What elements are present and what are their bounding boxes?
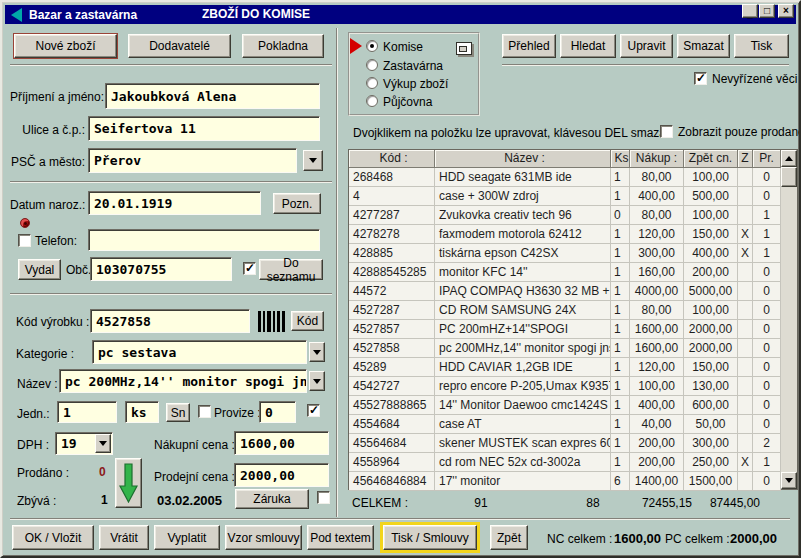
radio-zastavarna[interactable]: [366, 59, 378, 71]
search-button[interactable]: Hledat: [560, 34, 616, 58]
serial-number-button[interactable]: Sn: [166, 403, 190, 422]
item-name-dropdown-button[interactable]: [309, 371, 325, 391]
sell-price-field[interactable]: 2000,00: [234, 463, 329, 487]
table-cell-code: 45527888865: [349, 396, 435, 415]
phone-field[interactable]: [88, 229, 320, 251]
pending-checkbox[interactable]: [694, 72, 707, 85]
code-button[interactable]: Kód: [291, 311, 324, 331]
table-header-cell[interactable]: Zpět cn.: [684, 150, 738, 168]
phone-checkbox[interactable]: [18, 234, 31, 247]
back-button[interactable]: Zpět: [490, 525, 528, 550]
to-list-checkbox[interactable]: [243, 262, 256, 275]
table-header-cell[interactable]: Pr.: [753, 150, 781, 168]
suppliers-button[interactable]: Dodavatelé: [128, 34, 231, 58]
street-field[interactable]: Seifertova 11: [88, 116, 320, 141]
table-row[interactable]: 4542727repro encore P-205,Umax K93575671…: [349, 377, 797, 396]
to-list-button[interactable]: Do seznamu: [259, 259, 323, 280]
table-cell-z: [738, 472, 753, 491]
table-row[interactable]: 4552788886514'' Monitor Daewoo cmc1424S1…: [349, 396, 797, 415]
table-row[interactable]: 45564684skener MUSTEK scan expres 6000p1…: [349, 434, 797, 453]
table-cell-z: X: [738, 453, 753, 472]
table-header-cell[interactable]: Z: [738, 150, 753, 168]
product-code-field[interactable]: 4527858: [90, 309, 250, 333]
table-cell-name: case + 300W zdroj: [435, 187, 611, 206]
table-row[interactable]: 4554684case AT140,0050,000: [349, 415, 797, 434]
table-header-cell[interactable]: Název :: [435, 150, 611, 168]
table-cell-nakup: 120,00: [630, 358, 684, 377]
id-card-field[interactable]: 103070755: [90, 257, 232, 281]
table-cell-pr: 1: [753, 453, 781, 472]
under-text-button[interactable]: Pod textem: [307, 525, 374, 550]
category-dropdown-button[interactable]: [309, 342, 325, 362]
purchase-price-field[interactable]: 1600,00: [234, 431, 329, 455]
minimize-button[interactable]: _: [742, 4, 758, 18]
table-header-cell[interactable]: Ks: [611, 150, 630, 168]
contract-template-button[interactable]: Vzor smlouvy: [225, 525, 302, 550]
table-scrollbar[interactable]: [781, 150, 797, 489]
new-item-button[interactable]: Nové zboží: [14, 34, 117, 58]
table-row[interactable]: 44572IPAQ COMPAQ H3630 32 MB + SOF14000,…: [349, 282, 797, 301]
scrollbar-thumb[interactable]: [781, 167, 797, 187]
return-button[interactable]: Vrátit: [99, 525, 149, 550]
table-row[interactable]: 4527857PC 200mHZ+14''SPOGI11600,002000,0…: [349, 320, 797, 339]
table-row[interactable]: 4case + 300W zdroj1400,00500,000: [349, 187, 797, 206]
table-row[interactable]: 4527287CD ROM SAMSUNG 24X180,00100,000: [349, 301, 797, 320]
overview-button[interactable]: Přehled: [502, 34, 556, 58]
edit-button[interactable]: Upravit: [620, 34, 673, 58]
payout-button[interactable]: Vyplatit: [154, 525, 220, 550]
close-button[interactable]: ×: [778, 4, 794, 18]
city-dropdown-button[interactable]: [303, 150, 323, 171]
cashdesk-button[interactable]: Pokladna: [242, 34, 324, 58]
table-row[interactable]: 4277287Zvukovka creativ tech 96080,00100…: [349, 206, 797, 225]
warranty-checkbox[interactable]: [317, 491, 330, 504]
table-row[interactable]: 4278278faxmodem motorola 624121120,00150…: [349, 225, 797, 244]
commission-checkbox[interactable]: [198, 405, 211, 418]
item-name-field[interactable]: pc 200MHz,14'' monitor spogi jn: [59, 369, 307, 393]
entry-date: 03.02.2005: [157, 493, 222, 508]
unit-qty-field[interactable]: 1: [57, 401, 117, 423]
sold-only-checkbox[interactable]: [660, 125, 673, 138]
note-button[interactable]: Pozn.: [273, 193, 321, 214]
warranty-button[interactable]: Záruka: [235, 489, 309, 509]
table-cell-pr: 0: [753, 358, 781, 377]
scroll-up-icon[interactable]: [781, 150, 797, 167]
commission-confirm-checkbox[interactable]: [307, 404, 320, 417]
move-down-button[interactable]: [115, 458, 142, 508]
table-header-cell[interactable]: Nákup :: [630, 150, 684, 168]
category-label: Kategorie :: [16, 347, 74, 361]
table-row[interactable]: 4564684688417'' monitor61400,001500,000: [349, 472, 797, 491]
maximize-button[interactable]: □: [759, 4, 775, 18]
print-contracts-button[interactable]: Tisk / Smlouvy: [383, 525, 477, 550]
table-cell-name: monitor KFC 14'': [435, 263, 611, 282]
birth-date-field[interactable]: 20.01.1919: [88, 191, 261, 215]
city-label: PSČ a město:: [10, 155, 85, 169]
city-field[interactable]: Přerov: [88, 148, 297, 173]
scroll-down-icon[interactable]: [781, 472, 797, 489]
table-row[interactable]: 428885tiskárna epson C42SX1300,00400,00X…: [349, 244, 797, 263]
cascade-windows-icon[interactable]: [450, 42, 472, 59]
table-hint: Dvojklikem na položku lze upravovat, klá…: [353, 126, 673, 140]
table-cell-nakup: 400,00: [630, 187, 684, 206]
table-cell-pr: 1: [753, 244, 781, 263]
items-table: Kód :Název :KsNákup :Zpět cn.ZPr. 268468…: [348, 149, 798, 490]
record-indicator-icon: [20, 218, 30, 228]
ok-insert-button[interactable]: OK / Vložit: [12, 525, 94, 550]
radio-vykup[interactable]: [366, 77, 378, 89]
table-row[interactable]: 42888545285monitor KFC 14''1160,00200,00…: [349, 263, 797, 282]
table-header-cell[interactable]: Kód :: [349, 150, 435, 168]
radio-komise[interactable]: [366, 40, 378, 52]
commission-field[interactable]: 0: [259, 401, 296, 423]
name-field[interactable]: Jakoubková Alena: [105, 83, 320, 109]
minimize-icon: _: [747, 8, 753, 19]
table-row[interactable]: 45289HDD CAVIAR 1,2GB IDE1120,00150,000: [349, 358, 797, 377]
table-row[interactable]: 4527858pc 200MHz,14'' monitor spogi jns1…: [349, 339, 797, 358]
category-field[interactable]: pc sestava: [92, 340, 307, 364]
unit-field[interactable]: ks: [125, 401, 159, 423]
table-row[interactable]: 4558964cd rom NEC 52x cd-3002a1200,00250…: [349, 453, 797, 472]
table-row[interactable]: 268468HDD seagate 631MB ide180,00100,000: [349, 168, 797, 187]
radio-pujcovna[interactable]: [366, 95, 378, 107]
print-button[interactable]: Tisk: [734, 34, 789, 58]
issued-by-button[interactable]: Vydal: [18, 259, 61, 280]
vat-dropdown-button[interactable]: [95, 434, 111, 453]
delete-button[interactable]: Smazat: [677, 34, 730, 58]
